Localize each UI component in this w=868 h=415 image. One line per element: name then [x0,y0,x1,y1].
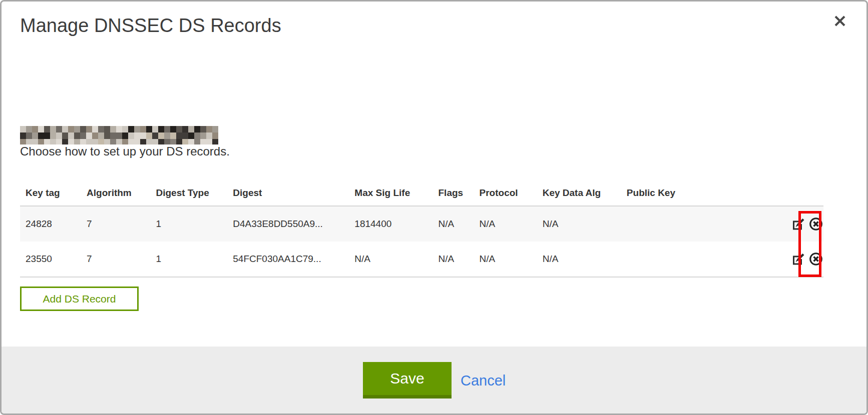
column-header: Key Data Alg [537,188,621,206]
cell-protocol: N/A [474,206,537,242]
add-ds-record-button[interactable]: Add DS Record [20,286,139,311]
cancel-link[interactable]: Cancel [461,372,506,389]
cell-flags: N/A [433,206,474,242]
column-header: Algorithm [81,188,150,206]
cell-digest-type: 1 [150,242,227,277]
delete-circle-x-icon [808,226,823,233]
cell-key-tag: 23550 [20,242,81,277]
cell-key-data-alg: N/A [537,242,621,277]
cell-key-tag: 24828 [20,206,81,242]
redacted-domain [20,126,218,144]
cell-digest: 54FCF030AA1C79... [227,242,349,277]
ds-records-table: Key tagAlgorithmDigest TypeDigestMax Sig… [20,188,823,278]
cell-key-data-alg: N/A [537,206,621,242]
cell-algorithm: 7 [81,242,150,277]
cell-public-key [621,206,777,242]
cell-flags: N/A [433,242,474,277]
delete-record-button[interactable] [808,216,823,232]
close-button[interactable] [831,12,849,30]
cell-digest-type: 1 [150,206,227,242]
column-header: Digest Type [150,188,227,206]
manage-dnssec-dialog: Manage DNSSEC DS Records Choose how to s… [0,0,868,415]
cell-max-sig-life: 1814400 [349,206,432,242]
cell-actions [777,242,823,277]
cell-algorithm: 7 [81,206,150,242]
column-header: Public Key [621,188,777,206]
cell-actions [777,206,823,242]
column-header: Digest [227,188,349,206]
table-row: 23550 7 1 54FCF030AA1C79... N/A N/A N/A … [20,242,823,277]
close-icon [832,23,848,30]
table-row: 24828 7 1 D4A33E8DD550A9... 1814400 N/A … [20,206,823,242]
ds-records-table-wrap: Key tagAlgorithmDigest TypeDigestMax Sig… [20,188,823,278]
column-header-actions [777,188,823,206]
save-button[interactable]: Save [363,362,452,398]
column-header: Flags [433,188,474,206]
edit-icon [792,260,805,267]
dialog-subtitle: Choose how to set up your DS records. [20,144,230,158]
delete-record-button[interactable] [808,252,823,266]
edit-record-button[interactable] [792,218,805,230]
delete-circle-x-icon [808,260,823,268]
cell-protocol: N/A [474,242,537,277]
column-header: Key tag [20,188,81,206]
table-header-row: Key tagAlgorithmDigest TypeDigestMax Sig… [20,188,823,206]
column-header: Protocol [474,188,537,206]
column-header: Max Sig Life [349,188,432,206]
cell-digest: D4A33E8DD550A9... [227,206,349,242]
dialog-title: Manage DNSSEC DS Records [20,15,281,36]
cell-public-key [621,242,777,277]
edit-icon [792,224,805,232]
cell-max-sig-life: N/A [349,242,432,277]
edit-record-button[interactable] [792,252,805,266]
